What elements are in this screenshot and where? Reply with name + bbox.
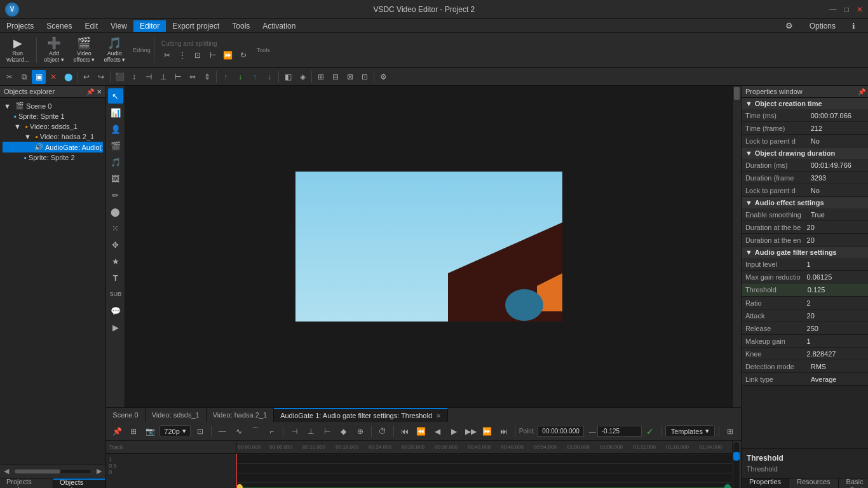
basic-effect-tab[interactable]: Basic effect... — [839, 478, 868, 488]
audio-effect-header[interactable]: ▼ Audio effect settings — [742, 197, 868, 208]
tl-expand-btn[interactable]: ⊞ — [723, 424, 737, 438]
arrow-l-btn[interactable]: ↑ — [248, 70, 262, 84]
speed-tool-btn[interactable]: ⏩ — [221, 48, 235, 62]
grid4-btn[interactable]: ⊡ — [358, 70, 372, 84]
pointer-tool[interactable]: ↖ — [108, 88, 123, 104]
close-tab-icon[interactable]: ✕ — [436, 412, 441, 419]
delete-btn[interactable]: ✕ — [46, 70, 60, 84]
menu-scenes[interactable]: Scenes — [40, 20, 78, 32]
projects-explorer-tab[interactable]: Projects explorer — [0, 478, 53, 488]
video-sdsds-tab[interactable]: Video: sdsds_1 — [146, 408, 207, 422]
redo-btn[interactable]: ↪ — [94, 70, 108, 84]
menu-tools[interactable]: Tools — [226, 20, 256, 32]
sub-tool[interactable]: SUB — [108, 287, 123, 302]
tl-diamond-btn[interactable]: ◆ — [337, 424, 351, 438]
align-l-btn[interactable]: ⊣ — [142, 70, 156, 84]
crop-tool-btn[interactable]: ⊡ — [191, 48, 205, 62]
resolution-dropdown[interactable]: 720p ▾ — [159, 425, 190, 437]
menu-export[interactable]: Export project — [166, 20, 226, 32]
split-tool-btn[interactable]: ⋮ — [175, 48, 189, 62]
tree-item-audiogate[interactable]: 🔊 AudioGate: Audio( — [3, 142, 103, 152]
tree-item-video2[interactable]: ▼ ▪ Video: hadsa 2_1 — [3, 132, 103, 142]
grid3-btn[interactable]: ⊠ — [343, 70, 357, 84]
tl-curve-btn[interactable]: ∿ — [232, 424, 246, 438]
tree-item-video1[interactable]: ▼ ▪ Video: sdsds_1 — [3, 121, 103, 132]
tl-align-l-btn[interactable]: ⊣ — [287, 424, 301, 438]
move-tool[interactable]: ✥ — [108, 237, 123, 252]
properties-tab[interactable]: Properties ... — [742, 478, 789, 488]
tree-item-sprite2[interactable]: ▪ Sprite: Sprite 2 — [3, 152, 103, 163]
threshold-input[interactable]: -0.125 — [597, 426, 642, 437]
shape-tool[interactable]: ⬤ — [108, 204, 123, 219]
tree-item-scene0[interactable]: ▼ 🎬 Scene 0 — [3, 100, 103, 111]
prop-pin-icon[interactable]: 📌 — [858, 88, 865, 95]
add-object-button[interactable]: ➕ Addobject ▾ — [40, 35, 69, 65]
tree-item-sprite1[interactable]: ▪ Sprite: Sprite 1 — [3, 111, 103, 121]
chart-tool[interactable]: 📊 — [108, 105, 123, 120]
undo-btn[interactable]: ↩ — [79, 70, 93, 84]
cut-tool-btn[interactable]: ✂ — [160, 48, 174, 62]
tl-end-btn[interactable]: ⏭ — [497, 424, 511, 438]
select-all-btn[interactable]: ⬛ — [112, 70, 126, 84]
move-btn[interactable]: ↕ — [127, 70, 141, 84]
copy-btn[interactable]: ⧉ — [17, 70, 31, 84]
trim-tool-btn[interactable]: ⊢ — [206, 48, 220, 62]
menu-editor[interactable]: Editor — [133, 20, 166, 32]
space-h-btn[interactable]: ⇔ — [186, 70, 200, 84]
threshold-row[interactable]: Threshold 0.125 ▲ ▼ — [742, 283, 868, 297]
play-tool[interactable]: ▶ — [108, 320, 123, 335]
tl-pin-btn[interactable]: 📌 — [110, 424, 124, 438]
resources-tab[interactable]: Resources ... — [789, 478, 839, 488]
tl-fit-btn[interactable]: ⊡ — [193, 424, 207, 438]
point-time-display[interactable]: 00:00:00.000 — [538, 426, 583, 437]
tl-prev-btn[interactable]: ⏪ — [414, 424, 428, 438]
align-c-btn[interactable]: ⊥ — [156, 70, 170, 84]
dots-tool[interactable]: ⁙ — [108, 220, 123, 236]
grid-btn[interactable]: ⊞ — [314, 70, 328, 84]
tl-align-c-btn[interactable]: ⊥ — [304, 424, 318, 438]
video-hadsa-tab[interactable]: Video: hadsa 2_1 — [207, 408, 274, 422]
maximize-button[interactable]: □ — [844, 5, 849, 14]
audio-effects-button[interactable]: 🎵 Audioeffects ▾ — [100, 35, 129, 65]
tl-next-btn[interactable]: ⏩ — [480, 424, 494, 438]
objects-explorer-tab[interactable]: Objects explorer — [53, 478, 105, 488]
run-wizard-button[interactable]: ▶ RunWizard... — [3, 35, 33, 65]
media-tool[interactable]: 🎬 — [108, 138, 123, 153]
apply-btn[interactable]: ✓ — [643, 424, 657, 438]
scroll-left-btn[interactable]: ◀ — [0, 467, 13, 475]
space-v-btn[interactable]: ⇕ — [200, 70, 214, 84]
tl-fwd-btn[interactable]: ▶▶ — [464, 424, 478, 438]
menu-projects[interactable]: Projects — [0, 20, 40, 32]
tl-multi-btn[interactable]: ⊕ — [353, 424, 367, 438]
menu-activation[interactable]: Activation — [256, 20, 302, 32]
tl-clock-btn[interactable]: ⏱ — [376, 424, 390, 438]
canvas-scrollbar[interactable] — [732, 86, 741, 407]
music-tool[interactable]: 🎵 — [108, 154, 123, 170]
arrow-r-btn[interactable]: ↓ — [262, 70, 276, 84]
align-r-btn[interactable]: ⊢ — [171, 70, 185, 84]
select-btn[interactable]: ▣ — [32, 70, 46, 84]
pen-tool[interactable]: ✏ — [108, 187, 123, 203]
audio-gate-header[interactable]: ▼ Audio gate filter settings — [742, 247, 868, 258]
menu-view[interactable]: View — [104, 20, 133, 32]
tl-step-btn[interactable]: ⌐ — [265, 424, 279, 438]
close-panel-icon[interactable]: ✕ — [97, 88, 102, 95]
scene0-tab[interactable]: Scene 0 — [106, 408, 145, 422]
pin-icon[interactable]: 📌 — [86, 88, 94, 95]
playhead[interactable] — [236, 454, 237, 488]
person-tool[interactable]: 👤 — [108, 121, 123, 137]
image-tool[interactable]: 🖼 — [108, 171, 123, 186]
video-effects-button[interactable]: 🎬 Videoeffects ▾ — [70, 35, 99, 65]
menu-edit[interactable]: Edit — [78, 20, 104, 32]
object-creation-header[interactable]: ▼ Object creation time — [742, 98, 868, 109]
tl-begin-btn[interactable]: ⏮ — [398, 424, 412, 438]
cut-btn[interactable]: ✂ — [3, 70, 17, 84]
star-tool[interactable]: ★ — [108, 254, 123, 269]
tl-grid-btn[interactable]: ⊞ — [126, 424, 140, 438]
tl-mode-btn[interactable]: — — [215, 424, 229, 438]
settings-btn[interactable]: ⚙ — [376, 70, 390, 84]
grid2-btn[interactable]: ⊟ — [329, 70, 342, 84]
minimize-button[interactable]: — — [829, 5, 837, 14]
object-drawing-header[interactable]: ▼ Object drawing duration — [742, 147, 868, 159]
circle-btn[interactable]: ⬤ — [61, 70, 75, 84]
